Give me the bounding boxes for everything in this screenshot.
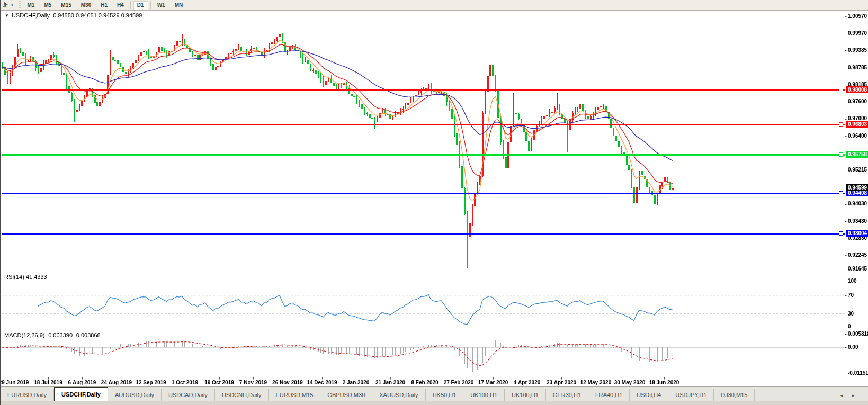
chart-tab-bar: EURUSD,Daily USDCHF,Daily AUDUSD,Daily U…: [1, 386, 868, 401]
status-strip: [1, 401, 868, 405]
tab-hk50-h1[interactable]: HK50,H1: [426, 389, 464, 401]
chart-title: ▼USDCHF,Daily 0.94550 0.94651 0.94529 0.…: [5, 12, 142, 19]
macd-indicator-label: MACD(12,26,9) -0.003390 -0.003868: [4, 332, 101, 338]
timeframe-toolbar: ▾ M1 M5 M15 M30 H1 H4 D1 W1 MN: [1, 0, 868, 11]
tab-usdjpy-h1[interactable]: USDJPY,H1: [668, 389, 714, 401]
tab-audusd-daily[interactable]: AUDUSD,Daily: [108, 389, 162, 401]
tab-ger30-h1[interactable]: GER30,H1: [546, 389, 588, 401]
tab-gbpusd-m30[interactable]: GBPUSD,M30: [320, 389, 372, 401]
tab-usoil-h4[interactable]: USOil,H4: [630, 389, 668, 401]
tab-dj30-m15[interactable]: DJ30,M15: [714, 389, 755, 401]
tf-M15[interactable]: M15: [57, 1, 75, 10]
tf-M1[interactable]: M1: [23, 1, 39, 10]
tab-eurusd-daily[interactable]: EURUSD,Daily: [1, 389, 54, 401]
rsi-indicator-label: RSI(14) 41.4333: [4, 274, 47, 280]
tab-scroll-left-icon[interactable]: ◄: [839, 393, 851, 398]
tab-fra40-h1[interactable]: FRA40,H1: [588, 389, 630, 401]
toolbar-separator: [130, 1, 131, 9]
tab-scroll-arrows[interactable]: ◄►: [839, 393, 863, 398]
chart-symbol-label: USDCHF,Daily: [12, 12, 50, 19]
cursor-tool-icon: [3, 1, 10, 10]
price-chart-canvas[interactable]: [1, 0, 868, 405]
tab-usdchf-daily[interactable]: USDCHF,Daily: [54, 387, 108, 401]
tf-H4[interactable]: H4: [113, 1, 128, 10]
tf-W1[interactable]: W1: [153, 1, 169, 10]
chart-ohlc-values: 0.94550 0.94651 0.94529 0.94599: [53, 12, 142, 19]
tf-M5[interactable]: M5: [40, 1, 56, 10]
tab-usdcad-daily[interactable]: USDCAD,Daily: [162, 389, 215, 401]
trading-platform-window: ▾ M1 M5 M15 M30 H1 H4 D1 W1 MN ▼USDCHF,D…: [0, 0, 868, 405]
tab-usdcnh-daily[interactable]: USDCNH,Daily: [215, 389, 269, 401]
toolbar-separator: [150, 1, 151, 9]
chevron-down-icon: ▾: [11, 3, 13, 7]
tab-uk100-h1[interactable]: UK100,H1: [463, 389, 505, 401]
cursor-tool-button[interactable]: ▾: [1, 1, 15, 10]
tf-M30[interactable]: M30: [77, 1, 95, 10]
tab-eurusd-m15[interactable]: EURUSD,M15: [269, 389, 320, 401]
tf-MN[interactable]: MN: [171, 1, 187, 10]
tab-xauusd-daily[interactable]: XAUUSD,Daily: [372, 389, 425, 401]
tab-uk100-h1-2[interactable]: UK100,H1: [505, 389, 546, 401]
tab-scroll-right-icon[interactable]: ►: [851, 393, 863, 398]
tf-D1[interactable]: D1: [133, 1, 148, 10]
toolbar-grip[interactable]: [19, 1, 21, 9]
chart-dropdown-icon[interactable]: ▼: [5, 13, 9, 18]
tf-H1[interactable]: H1: [96, 1, 112, 10]
